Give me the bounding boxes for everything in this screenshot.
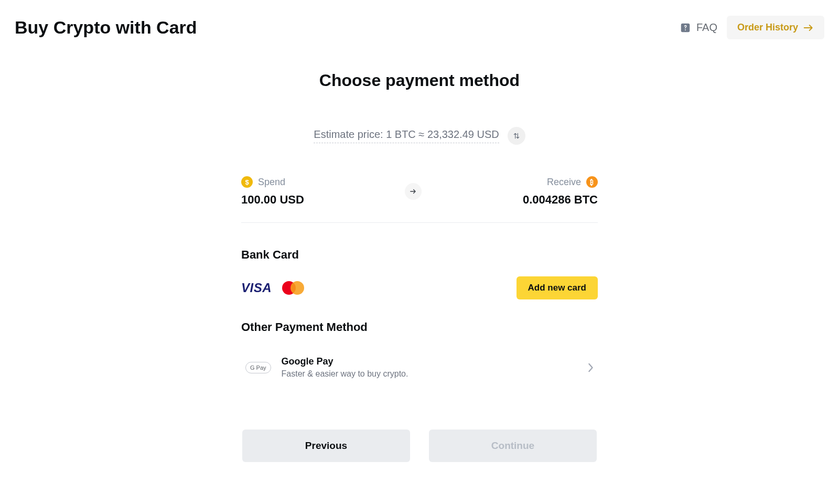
- google-pay-text: Google Pay Faster & easier way to buy cr…: [282, 356, 577, 379]
- help-icon: [680, 22, 691, 34]
- previous-button[interactable]: Previous: [242, 430, 410, 462]
- receive-value: 0.004286 BTC: [523, 193, 598, 207]
- spend-column: $ Spend 100.00 USD: [241, 176, 304, 207]
- visa-icon: VISA: [241, 281, 272, 295]
- estimate-row: Estimate price: 1 BTC ≈ 23,332.49 USD: [241, 127, 598, 145]
- continue-button[interactable]: Continue: [429, 430, 597, 462]
- swap-icon: [513, 132, 520, 140]
- add-new-card-button[interactable]: Add new card: [517, 276, 598, 299]
- arrow-right-icon: [410, 188, 417, 195]
- spend-label: Spend: [258, 177, 285, 188]
- bank-card-title: Bank Card: [241, 248, 598, 262]
- google-pay-subtitle: Faster & easier way to buy crypto.: [282, 369, 577, 379]
- card-logos: VISA: [241, 281, 304, 295]
- bank-card-row: VISA Add new card: [241, 276, 598, 299]
- footer-actions: Previous Continue: [242, 430, 597, 462]
- other-payment-title: Other Payment Method: [241, 320, 598, 334]
- section-title: Choose payment method: [241, 71, 598, 90]
- convert-arrow: [405, 183, 422, 200]
- faq-label: FAQ: [696, 22, 717, 34]
- header: Buy Crypto with Card FAQ Order History: [0, 0, 839, 39]
- receive-column: Receive ₿ 0.004286 BTC: [523, 176, 598, 207]
- google-pay-icon: G Pay: [245, 362, 271, 373]
- header-actions: FAQ Order History: [680, 16, 824, 39]
- arrow-right-icon: [803, 24, 814, 31]
- order-history-button[interactable]: Order History: [727, 16, 824, 39]
- bitcoin-icon: ₿: [586, 176, 598, 188]
- svg-point-1: [685, 29, 686, 30]
- spend-value: 100.00 USD: [241, 193, 304, 207]
- mastercard-icon: [282, 281, 304, 295]
- estimate-text: Estimate price: 1 BTC ≈ 23,332.49 USD: [314, 128, 499, 143]
- spend-receive-row: $ Spend 100.00 USD Receive ₿ 0.004286 BT…: [241, 176, 598, 223]
- receive-label: Receive: [547, 177, 581, 188]
- dollar-icon: $: [241, 176, 253, 188]
- chevron-right-icon: [587, 363, 594, 372]
- swap-button[interactable]: [508, 127, 525, 145]
- google-pay-title: Google Pay: [282, 356, 577, 367]
- faq-link[interactable]: FAQ: [680, 22, 717, 34]
- google-pay-option[interactable]: G Pay Google Pay Faster & easier way to …: [241, 349, 598, 386]
- order-history-label: Order History: [737, 22, 798, 33]
- main-content: Choose payment method Estimate price: 1 …: [241, 39, 598, 386]
- page-title: Buy Crypto with Card: [15, 17, 197, 38]
